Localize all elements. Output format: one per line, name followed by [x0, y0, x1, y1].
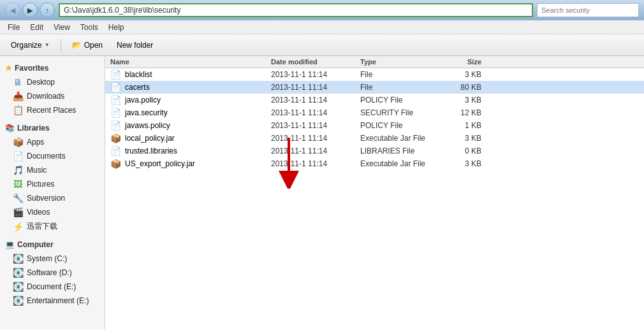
address-bar-container	[59, 3, 639, 17]
file-name-cell: 📄 blacklist	[105, 69, 271, 80]
sidebar-item-entertainment[interactable]: 💽 Entertainment (E:)	[0, 294, 105, 308]
sidebar-item-documents[interactable]: 📄 Documents	[0, 149, 105, 163]
sidebar-item-software-d[interactable]: 💽 Software (D:)	[0, 266, 105, 280]
table-row[interactable]: 📦 US_export_policy.jar 2013-11-1 11:14 E…	[105, 157, 644, 170]
libraries-label: Libraries	[17, 124, 50, 133]
file-type: Executable Jar File	[360, 159, 437, 168]
sidebar-item-desktop-label: Desktop	[27, 78, 55, 87]
menu-edit[interactable]: Edit	[25, 22, 48, 33]
sidebar-item-documents-label: Documents	[27, 152, 66, 161]
file-name-cell: 📄 java.policy	[105, 95, 271, 105]
file-name: US_export_policy.jar	[125, 159, 195, 168]
file-type: File	[360, 70, 437, 79]
sidebar-computer-header[interactable]: 💻 Computer	[0, 238, 105, 252]
music-icon: 🎵	[13, 165, 23, 175]
table-row[interactable]: 📦 local_policy.jar 2013-11-1 11:14 Execu…	[105, 132, 644, 145]
organize-label: Organize	[11, 41, 42, 50]
file-size: 3 KB	[437, 70, 488, 79]
sidebar-item-software-d-label: Software (D:)	[27, 268, 72, 277]
col-size-header[interactable]: Size	[437, 58, 488, 66]
content-area: Name Date modified Type Size 📄 blacklist…	[105, 56, 644, 329]
sidebar-item-document-e-label: Document (E:)	[27, 282, 76, 291]
sidebar-item-desktop[interactable]: 🖥 Desktop	[0, 75, 105, 89]
file-name-cell: 📄 cacerts	[105, 82, 271, 92]
file-date: 2013-11-1 11:14	[271, 159, 360, 168]
pictures-icon: 🖼	[13, 179, 23, 189]
nav-buttons: ◀ ▶ ↑	[5, 3, 55, 18]
file-type: File	[360, 83, 437, 92]
sidebar-item-xunlei[interactable]: ⚡ 迅雷下载	[0, 219, 105, 234]
table-row[interactable]: 📄 java.policy 2013-11-1 11:14 POLICY Fil…	[105, 94, 644, 106]
file-name-cell: 📄 trusted.libraries	[105, 146, 271, 156]
table-row[interactable]: 📄 blacklist 2013-11-1 11:14 File 3 KB	[105, 68, 644, 81]
sidebar-item-videos[interactable]: 🎬 Videos	[0, 205, 105, 219]
file-date: 2013-11-1 11:14	[271, 121, 360, 130]
sidebar-item-recent-label: Recent Places	[27, 106, 76, 115]
address-bar[interactable]	[59, 3, 533, 17]
file-icon: 📦	[110, 133, 121, 143]
file-name: trusted.libraries	[125, 147, 177, 155]
recent-icon: 📋	[13, 105, 23, 115]
file-date: 2013-11-1 11:14	[271, 70, 360, 79]
menu-help[interactable]: Help	[103, 22, 129, 33]
column-header: Name Date modified Type Size	[105, 56, 644, 68]
col-type-header[interactable]: Type	[360, 58, 437, 66]
forward-button[interactable]: ▶	[22, 3, 38, 18]
file-date: 2013-11-1 11:14	[271, 147, 360, 155]
sidebar-item-system-c-label: System (C:)	[27, 254, 67, 263]
file-name: local_policy.jar	[125, 134, 175, 143]
table-row[interactable]: 📄 trusted.libraries 2013-11-1 11:14 LIBR…	[105, 145, 644, 157]
table-row[interactable]: 📄 java.security 2013-11-1 11:14 SECURITY…	[105, 106, 644, 119]
file-name: cacerts	[125, 83, 150, 92]
sidebar-item-subversion[interactable]: 🔧 Subversion	[0, 191, 105, 205]
sidebar-item-downloads[interactable]: 📥 Downloads	[0, 89, 105, 103]
open-button[interactable]: 📂 Open	[66, 38, 108, 53]
sidebar-item-recent[interactable]: 📋 Recent Places	[0, 103, 105, 117]
sidebar-libraries-header[interactable]: 📚 Libraries	[0, 121, 105, 135]
apps-icon: 📦	[13, 137, 23, 147]
file-date: 2013-11-1 11:14	[271, 108, 360, 117]
file-icon: 📦	[110, 159, 121, 169]
col-date-header[interactable]: Date modified	[271, 58, 360, 66]
file-date: 2013-11-1 11:14	[271, 83, 360, 92]
sidebar-item-document-e[interactable]: 💽 Document (E:)	[0, 280, 105, 294]
favorites-label: Favorites	[15, 64, 48, 73]
title-bar: ◀ ▶ ↑	[0, 0, 644, 20]
sidebar-item-apps[interactable]: 📦 Apps	[0, 135, 105, 149]
star-icon: ★	[5, 64, 12, 73]
desktop-icon: 🖥	[13, 77, 23, 87]
new-folder-button[interactable]: New folder	[111, 38, 159, 53]
back-button[interactable]: ◀	[5, 3, 20, 18]
sidebar: ★ Favorites 🖥 Desktop 📥 Downloads 📋 Rece…	[0, 56, 105, 329]
computer-icon: 💻	[5, 240, 15, 249]
file-date: 2013-11-1 11:14	[271, 96, 360, 104]
search-box[interactable]	[537, 3, 639, 17]
sidebar-item-music[interactable]: 🎵 Music	[0, 163, 105, 177]
sidebar-item-videos-label: Videos	[27, 208, 50, 217]
file-type: LIBRARIES File	[360, 147, 437, 155]
menu-tools[interactable]: Tools	[75, 22, 103, 33]
file-name-cell: 📄 java.security	[105, 108, 271, 118]
sidebar-item-pictures[interactable]: 🖼 Pictures	[0, 177, 105, 191]
up-button[interactable]: ↑	[40, 3, 55, 18]
toolbar-separator-1	[61, 39, 61, 52]
table-row[interactable]: 📄 javaws.policy 2013-11-1 11:14 POLICY F…	[105, 119, 644, 132]
file-name-cell: 📦 local_policy.jar	[105, 133, 271, 143]
file-size: 1 KB	[437, 121, 488, 130]
menu-view[interactable]: View	[48, 22, 75, 33]
file-size: 3 KB	[437, 134, 488, 143]
file-size: 3 KB	[437, 159, 488, 168]
file-name: javaws.policy	[125, 121, 170, 130]
open-icon: 📂	[72, 41, 82, 50]
downloads-icon: 📥	[13, 91, 23, 101]
menu-file[interactable]: File	[3, 22, 25, 33]
organize-button[interactable]: Organize ▼	[5, 38, 55, 53]
toolbar: Organize ▼ 📂 Open New folder	[0, 34, 644, 56]
col-name-header[interactable]: Name	[105, 58, 271, 66]
sidebar-item-system-c[interactable]: 💽 System (C:)	[0, 252, 105, 266]
documents-icon: 📄	[13, 151, 23, 161]
sidebar-favorites-header[interactable]: ★ Favorites	[0, 61, 105, 75]
file-name-cell: 📄 javaws.policy	[105, 120, 271, 131]
file-size: 12 KB	[437, 108, 488, 117]
table-row[interactable]: 📄 cacerts 2013-11-1 11:14 File 80 KB	[105, 81, 644, 94]
